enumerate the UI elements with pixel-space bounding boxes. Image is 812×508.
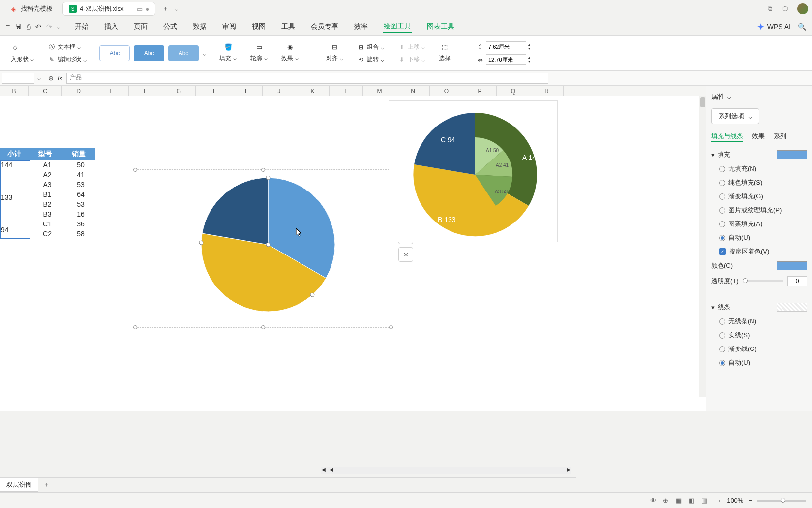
table-row[interactable]: B316: [30, 209, 97, 219]
nested-pie-chart[interactable]: C 94 A 144 B 133 A1 50 A2 41 A3 53: [389, 100, 558, 242]
align-button[interactable]: 对齐 ⌵: [324, 53, 345, 64]
style-1[interactable]: Abc: [99, 45, 130, 61]
cell[interactable]: 144: [1, 161, 30, 172]
radio-autoline[interactable]: [719, 360, 725, 366]
menu-formula[interactable]: 公式: [162, 20, 178, 33]
color-picker[interactable]: [777, 261, 807, 270]
tab-effect[interactable]: 效果: [752, 132, 765, 142]
handle-s[interactable]: [261, 325, 265, 329]
height-spinner[interactable]: ▴▾: [528, 43, 530, 51]
table-row[interactable]: C136: [30, 219, 97, 229]
hdr-sales[interactable]: 销量: [62, 148, 95, 160]
edit-shape-button[interactable]: ✎编辑形状 ⌵: [46, 54, 89, 64]
menu-efficiency[interactable]: 效率: [353, 20, 369, 33]
menu-page[interactable]: 页面: [133, 20, 149, 33]
menu-chart[interactable]: 图表工具: [426, 20, 455, 33]
table-row[interactable]: C258: [30, 229, 97, 239]
menu-draw[interactable]: 绘图工具: [383, 20, 412, 33]
vertical-scrollbar[interactable]: [699, 96, 706, 397]
check-byslice[interactable]: ✓: [719, 248, 726, 255]
avatar[interactable]: [797, 3, 808, 14]
view-layout-icon[interactable]: ◧: [689, 497, 696, 505]
radio-solid[interactable]: [719, 180, 725, 186]
redo-icon[interactable]: ↷: [46, 23, 52, 31]
save-icon[interactable]: 🖫: [15, 23, 22, 31]
col-D[interactable]: D: [62, 86, 95, 96]
style-2[interactable]: Abc: [134, 45, 164, 61]
handle-sw[interactable]: [133, 325, 137, 329]
fill-button[interactable]: 填充 ⌵: [217, 53, 239, 64]
sheet-tab[interactable]: 双层饼图: [0, 478, 38, 492]
tab-series[interactable]: 系列: [774, 132, 786, 142]
main-pie-chart[interactable]: [199, 176, 337, 314]
formula-input[interactable]: 产品: [66, 73, 548, 84]
menu-member[interactable]: 会员专享: [310, 20, 339, 33]
handle-nw[interactable]: [133, 168, 137, 172]
hdr-model[interactable]: 型号: [29, 148, 62, 160]
menu-insert[interactable]: 插入: [103, 20, 119, 33]
col-F[interactable]: F: [129, 86, 162, 96]
zoom-slider[interactable]: [757, 500, 806, 502]
chart-tools-button[interactable]: ✕: [398, 247, 413, 262]
collapse-icon[interactable]: ▾: [711, 151, 715, 159]
width-input[interactable]: [486, 54, 526, 65]
name-dropdown[interactable]: ⌵: [34, 74, 44, 82]
zoom-formula-icon[interactable]: ⊕: [48, 74, 54, 82]
collapse-line-icon[interactable]: ▾: [711, 304, 715, 311]
rotate-button[interactable]: ⟲旋转 ⌵: [355, 54, 386, 64]
col-R[interactable]: R: [530, 86, 564, 96]
name-box[interactable]: [2, 73, 34, 84]
split-icon[interactable]: ⧉: [768, 5, 776, 13]
style-more[interactable]: ⌵: [203, 50, 207, 57]
select-button[interactable]: 选择: [437, 53, 452, 64]
table-row[interactable]: A241: [30, 170, 97, 180]
effect-button[interactable]: 效果 ⌵: [279, 53, 301, 64]
series-options-dropdown[interactable]: 系列选项 ⌵: [711, 108, 759, 124]
print-icon[interactable]: ⎙: [27, 23, 30, 31]
radio-gradline[interactable]: [719, 346, 725, 352]
col-Q[interactable]: Q: [497, 86, 530, 96]
col-P[interactable]: P: [463, 86, 497, 96]
style-3[interactable]: Abc: [168, 45, 199, 61]
col-I[interactable]: I: [229, 86, 263, 96]
line-swatch[interactable]: [777, 303, 807, 312]
history-dropdown[interactable]: ⌵: [57, 24, 60, 30]
radio-solidline[interactable]: [719, 332, 725, 339]
props-dropdown[interactable]: ⌵: [727, 93, 731, 101]
table-row[interactable]: B164: [30, 190, 97, 199]
menu-view[interactable]: 视图: [251, 20, 267, 33]
hdr-subtotal[interactable]: 小计: [0, 148, 29, 160]
table-row[interactable]: B253: [30, 199, 97, 209]
radio-noline[interactable]: [719, 318, 725, 325]
tab-fill[interactable]: 填充与线条: [711, 132, 743, 142]
column-headers[interactable]: B C D E F G H I J K L M N O P Q R: [0, 86, 706, 96]
table-row[interactable]: A150: [30, 160, 97, 170]
col-G[interactable]: G: [162, 86, 196, 96]
col-J[interactable]: J: [263, 86, 296, 96]
horizontal-scrollbar[interactable]: ◀ ◀ ▶: [321, 467, 571, 474]
chart-selection[interactable]: [135, 169, 391, 328]
menu-data[interactable]: 数据: [192, 20, 208, 33]
eye-icon[interactable]: 👁: [650, 497, 658, 505]
add-sheet-button[interactable]: ＋: [38, 480, 55, 489]
view-page-icon[interactable]: ▥: [701, 497, 709, 505]
down-button[interactable]: ⬇下移 ⌵: [396, 54, 427, 64]
search-icon[interactable]: 🔍: [798, 23, 806, 31]
fill-color-swatch[interactable]: [777, 150, 807, 159]
file-tab[interactable]: S 4-双层饼图.xlsx ▭ ●: [62, 2, 155, 16]
target-icon[interactable]: ⊕ ⌵: [663, 497, 671, 505]
cell[interactable]: 94: [1, 226, 30, 237]
undo-icon[interactable]: ↶: [35, 23, 41, 31]
insert-shape-label[interactable]: 入形状 ⌵: [9, 54, 36, 64]
transparency-slider[interactable]: [743, 280, 783, 282]
template-tab[interactable]: ◈ 找稻壳模板: [4, 2, 59, 16]
height-input[interactable]: [486, 41, 526, 52]
width-spinner[interactable]: ▴▾: [528, 56, 530, 64]
col-N[interactable]: N: [396, 86, 430, 96]
col-C[interactable]: C: [29, 86, 62, 96]
handle-se[interactable]: [389, 325, 393, 329]
zoom-level[interactable]: 100%: [727, 497, 743, 504]
cell[interactable]: 133: [1, 193, 30, 204]
radio-pattern[interactable]: [719, 221, 725, 227]
menu-start[interactable]: 开始: [74, 20, 90, 33]
